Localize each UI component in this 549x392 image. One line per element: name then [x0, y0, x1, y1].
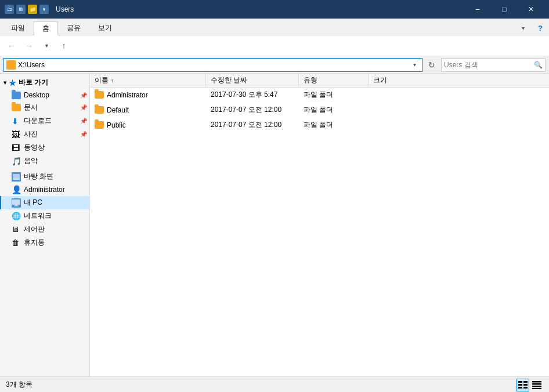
file-modified-cell: 2017-07-07 오전 12:00: [206, 103, 299, 117]
sidebar-quickaccess-header[interactable]: ▾ ★ 바로 가기: [0, 76, 89, 89]
svg-rect-13: [532, 386, 541, 387]
sidebar-mypc-label: 내 PC: [24, 198, 42, 208]
address-folder-icon: [6, 60, 16, 70]
sidebar-item-recyclebin[interactable]: 🗑 휴지통: [0, 236, 89, 249]
videos-icon: 🎞: [12, 143, 21, 153]
sidebar-item-photos[interactable]: 🖼 사진 📌: [0, 128, 89, 141]
title-bar: 🗂 🖹 📁 ▼ Users – □ ✕: [0, 0, 549, 19]
file-type-cell: 파일 폴더: [299, 103, 369, 117]
ribbon-chevron[interactable]: ▾: [514, 21, 532, 35]
barang-icon: [12, 172, 21, 182]
svg-rect-1: [13, 179, 20, 180]
title-icon-4: ▼: [39, 5, 49, 14]
refresh-button[interactable]: ↻: [425, 58, 439, 72]
file-list: 이름 ↑ 수정한 날짜 유형 크기 Administrator 2017-07-…: [90, 74, 549, 376]
search-input[interactable]: [444, 61, 531, 69]
file-size-cell: [369, 88, 427, 102]
file-size-cell: [369, 103, 427, 117]
downloads-icon: ⬇: [12, 117, 21, 126]
toolbar: ← → ▾ ↑: [0, 35, 549, 56]
svg-rect-14: [532, 388, 541, 389]
help-button[interactable]: ?: [532, 21, 549, 35]
file-name-cell: Administrator: [90, 88, 206, 102]
address-input[interactable]: [18, 61, 407, 69]
window-controls: – □ ✕: [464, 0, 544, 19]
address-input-wrap: ▾: [3, 58, 422, 72]
sidebar-item-videos[interactable]: 🎞 동영상: [0, 141, 89, 154]
sidebar-item-photos-label: 사진: [24, 129, 38, 139]
svg-rect-6: [518, 384, 522, 386]
tab-home[interactable]: 홈: [34, 21, 58, 35]
administrator-icon: 👤: [12, 185, 21, 194]
sidebar-item-desktop-label: Desktop: [24, 91, 49, 99]
sidebar-item-controlpanel[interactable]: 🖥 제어판: [0, 223, 89, 236]
view-list-button[interactable]: [530, 379, 543, 391]
status-bar: 3개 항목: [0, 376, 549, 392]
recent-button[interactable]: ▾: [38, 38, 55, 54]
maximize-button[interactable]: □: [491, 0, 518, 19]
search-wrap: 🔍: [441, 58, 546, 72]
svg-rect-7: [518, 387, 522, 389]
desktop-folder-icon: [12, 92, 21, 99]
title-icon-3: 📁: [28, 5, 37, 14]
file-type-cell: 파일 폴더: [299, 88, 369, 102]
file-rows: Administrator 2017-07-30 오후 5:47 파일 폴더 D…: [90, 88, 549, 133]
sidebar-item-barang-hwamyeon[interactable]: 바탕 화면: [0, 170, 89, 183]
svg-rect-12: [532, 383, 541, 385]
view-details-button[interactable]: [517, 379, 529, 391]
close-button[interactable]: ✕: [518, 0, 544, 19]
pin-icon-photos: 📌: [80, 131, 87, 137]
sidebar-item-desktop[interactable]: Desktop 📌: [0, 89, 89, 101]
tab-share[interactable]: 공유: [58, 21, 89, 35]
col-header-modified[interactable]: 수정한 날짜: [206, 74, 299, 87]
svg-rect-2: [12, 199, 20, 205]
table-row[interactable]: Public 2017-07-07 오전 12:00 파일 폴더: [90, 118, 549, 133]
sidebar-item-mypc[interactable]: 내 PC: [0, 196, 89, 209]
col-header-size[interactable]: 크기: [369, 74, 427, 87]
column-header: 이름 ↑ 수정한 날짜 유형 크기: [90, 74, 549, 88]
forward-button[interactable]: →: [21, 38, 37, 54]
file-modified-cell: 2017-07-30 오후 5:47: [206, 88, 299, 102]
pin-icon-doc: 📌: [80, 104, 87, 111]
sidebar-item-documents[interactable]: 문서 📌: [0, 101, 89, 114]
sidebar-administrator-label: Administrator: [24, 186, 65, 194]
view-buttons: [517, 379, 543, 391]
svg-rect-4: [14, 205, 19, 206]
col-header-type[interactable]: 유형: [299, 74, 369, 87]
photos-icon: 🖼: [12, 130, 21, 139]
sidebar-item-network[interactable]: 🌐 네트워크: [0, 209, 89, 223]
table-row[interactable]: Administrator 2017-07-30 오후 5:47 파일 폴더: [90, 88, 549, 103]
file-size-cell: [369, 118, 427, 132]
sidebar: ▾ ★ 바로 가기 Desktop 📌 문서 📌 ⬇ 다운로드 📌 🖼 사진 📌…: [0, 74, 90, 376]
back-button[interactable]: ←: [3, 38, 20, 54]
file-name-cell: Public: [90, 118, 206, 132]
sidebar-network-label: 네트워크: [24, 211, 52, 221]
file-modified-cell: 2017-07-07 오전 12:00: [206, 118, 299, 132]
table-row[interactable]: Default 2017-07-07 오전 12:00 파일 폴더: [90, 103, 549, 118]
sidebar-item-music-label: 음악: [24, 156, 38, 166]
window-title: Users: [53, 5, 464, 13]
file-type-cell: 파일 폴더: [299, 118, 369, 132]
tab-file[interactable]: 파일: [2, 21, 34, 35]
search-button[interactable]: 🔍: [533, 59, 543, 71]
pin-icon-dl: 📌: [80, 118, 87, 124]
svg-rect-8: [523, 381, 528, 383]
documents-folder-icon: [12, 104, 21, 111]
sidebar-item-downloads-label: 다운로드: [24, 116, 52, 126]
network-icon: 🌐: [12, 212, 21, 220]
minimize-button[interactable]: –: [464, 0, 491, 19]
up-button[interactable]: ↑: [56, 38, 72, 54]
svg-rect-5: [518, 381, 522, 383]
sidebar-item-downloads[interactable]: ⬇ 다운로드 📌: [0, 114, 89, 128]
title-icon-2: 🖹: [16, 5, 26, 14]
svg-rect-10: [523, 387, 528, 389]
sidebar-recyclebin-label: 휴지통: [24, 238, 45, 248]
col-header-name[interactable]: 이름 ↑: [90, 74, 206, 87]
ribbon: 파일 홈 공유 보기 ▾ ?: [0, 19, 549, 35]
svg-rect-0: [13, 174, 20, 179]
tab-view[interactable]: 보기: [89, 21, 121, 35]
address-dropdown[interactable]: ▾: [409, 58, 420, 72]
sidebar-item-music[interactable]: 🎵 음악: [0, 154, 89, 168]
sidebar-item-administrator[interactable]: 👤 Administrator: [0, 183, 89, 196]
file-name-cell: Default: [90, 103, 206, 117]
